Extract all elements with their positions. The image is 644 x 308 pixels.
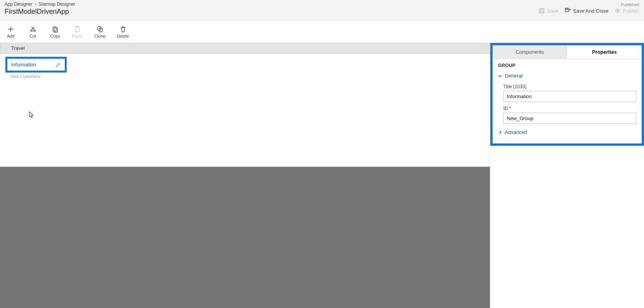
field-id: ID * bbox=[503, 106, 636, 124]
svg-rect-3 bbox=[565, 8, 568, 12]
breadcrumb-link-app-designer[interactable]: App Designer bbox=[5, 2, 33, 7]
group-chip-label: Information bbox=[11, 62, 36, 68]
toolbar-clone-label: Clone bbox=[94, 34, 105, 38]
publish-icon bbox=[614, 8, 621, 14]
sitemap-canvas: Travel Information View Customers bbox=[0, 43, 490, 308]
toolbar-copy-label: Copy bbox=[50, 34, 60, 38]
toolbar-paste-label: Paste bbox=[72, 34, 83, 38]
publish-button-label: Publish bbox=[623, 8, 639, 14]
field-title-input[interactable] bbox=[503, 91, 636, 102]
save-and-close-button[interactable]: Save And Close bbox=[565, 8, 609, 14]
copy-icon bbox=[51, 25, 59, 33]
pencil-icon[interactable] bbox=[56, 62, 61, 68]
toolbar-add-button[interactable]: Add bbox=[3, 24, 18, 40]
panel-body: GROUP General Title (1033) ID * bbox=[493, 59, 642, 139]
header-left: App Designer › Sitemap Designer FirstMod… bbox=[5, 2, 75, 20]
field-title-label: Title (1033) bbox=[503, 84, 636, 89]
publish-button[interactable]: Publish bbox=[614, 8, 639, 14]
header-bar: App Designer › Sitemap Designer FirstMod… bbox=[0, 0, 644, 21]
section-general-label: General bbox=[505, 73, 522, 79]
save-icon bbox=[539, 8, 545, 14]
canvas-whitespace bbox=[0, 92, 490, 167]
panel-tabs: Components Properties bbox=[493, 45, 642, 59]
subarea-link[interactable]: View Customers bbox=[5, 72, 485, 79]
canvas-empty bbox=[0, 167, 490, 308]
area-title: Travel bbox=[11, 45, 25, 51]
toolbar-cut-button[interactable]: Cut bbox=[25, 24, 41, 40]
breadcrumb-link-sitemap-designer[interactable]: Sitemap Designer bbox=[39, 2, 75, 7]
save-button[interactable]: Save bbox=[539, 8, 559, 14]
status-badge: Published bbox=[621, 2, 639, 7]
toolbar-copy-button[interactable]: Copy bbox=[48, 24, 63, 40]
scissors-icon bbox=[29, 25, 37, 33]
section-general[interactable]: General bbox=[498, 71, 636, 80]
app-title: FirstModelDrivenApp bbox=[5, 8, 75, 16]
breadcrumb-separator-icon: › bbox=[35, 2, 36, 7]
save-close-icon bbox=[565, 8, 571, 14]
toolbar-paste-button[interactable]: Paste bbox=[70, 24, 85, 40]
toolbar-clone-button[interactable]: Clone bbox=[92, 24, 108, 40]
selection-type-label: GROUP bbox=[498, 63, 636, 68]
field-title: Title (1033) bbox=[503, 84, 636, 102]
toolbar-delete-button[interactable]: Delete bbox=[115, 24, 131, 40]
field-id-input[interactable] bbox=[503, 113, 636, 124]
svg-point-6 bbox=[31, 30, 32, 31]
svg-point-7 bbox=[34, 30, 35, 31]
clone-icon bbox=[96, 25, 104, 33]
save-button-label: Save bbox=[547, 8, 559, 14]
svg-rect-8 bbox=[53, 27, 56, 31]
toolbar-cut-label: Cut bbox=[30, 34, 36, 38]
group-chip-selected[interactable]: Information bbox=[5, 57, 67, 72]
area-header[interactable]: Travel bbox=[0, 43, 490, 54]
tab-properties[interactable]: Properties bbox=[567, 45, 642, 59]
svg-rect-9 bbox=[54, 28, 58, 32]
chevron-right-icon bbox=[498, 130, 503, 135]
save-close-button-label: Save And Close bbox=[573, 8, 609, 14]
toolbar-add-label: Add bbox=[7, 34, 15, 38]
section-advanced[interactable]: Advanced bbox=[498, 128, 636, 137]
main-area: Travel Information View Customers bbox=[0, 43, 644, 308]
plus-icon bbox=[7, 25, 15, 33]
header-right: Published Save Save And Close bbox=[539, 2, 639, 20]
chevron-down-icon bbox=[498, 74, 503, 78]
svg-rect-10 bbox=[76, 27, 79, 32]
tab-components[interactable]: Components bbox=[493, 45, 567, 59]
field-id-label: ID * bbox=[503, 106, 636, 111]
section-advanced-label: Advanced bbox=[505, 129, 527, 135]
group-row: Information View Customers bbox=[0, 54, 490, 92]
toolbar: Add Cut Copy Paste Clone bbox=[0, 21, 644, 43]
trash-icon bbox=[119, 25, 127, 33]
svg-rect-4 bbox=[566, 8, 567, 10]
header-actions: Save Save And Close Publish bbox=[539, 8, 639, 14]
toolbar-delete-label: Delete bbox=[117, 34, 129, 38]
breadcrumb: App Designer › Sitemap Designer bbox=[5, 2, 75, 7]
clipboard-icon bbox=[74, 25, 81, 33]
properties-panel: Components Properties GROUP General Titl… bbox=[490, 43, 644, 308]
svg-rect-1 bbox=[540, 8, 543, 10]
properties-panel-highlight: Components Properties GROUP General Titl… bbox=[490, 43, 644, 146]
svg-rect-2 bbox=[540, 11, 543, 13]
